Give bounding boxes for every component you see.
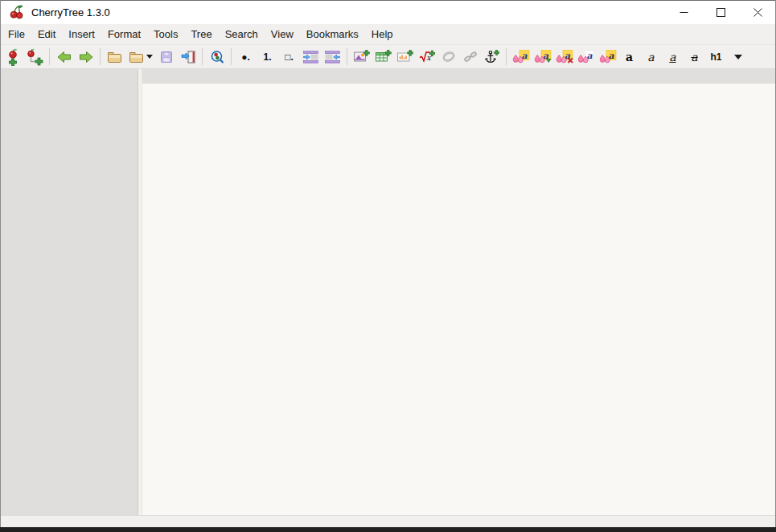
floppy-arrow-icon <box>181 51 195 63</box>
minimize-button[interactable] <box>665 0 702 24</box>
magnifier-cherries-icon <box>210 50 224 64</box>
anchor-plus-icon <box>484 50 499 64</box>
cherries-blue-a-icon: a <box>577 50 595 64</box>
underline-a-icon: a <box>669 51 675 63</box>
h1-icon: h1 <box>710 51 721 63</box>
bullet-list-button[interactable]: ●. <box>235 47 257 68</box>
toolbar-separator <box>49 48 50 65</box>
editor-column <box>142 69 776 515</box>
menu-view[interactable]: View <box>265 24 300 44</box>
chevron-down-icon <box>146 55 153 59</box>
go-forward-button[interactable] <box>75 47 96 68</box>
strikethrough-a-icon: a <box>691 51 697 63</box>
underline-button[interactable]: a <box>662 47 684 68</box>
menu-bookmarks[interactable]: Bookmarks <box>300 24 365 44</box>
menu-tools[interactable]: Tools <box>147 24 184 44</box>
close-button[interactable] <box>739 0 776 24</box>
window-border-top <box>0 0 776 1</box>
chevron-down-icon <box>734 55 742 59</box>
application-window: CherryTree 1.3.0 File Edit Insert Format… <box>0 0 776 532</box>
main-area <box>0 69 776 515</box>
indent-right-icon <box>303 51 318 63</box>
numbered-list-button[interactable]: 1. <box>257 47 278 68</box>
heading-h1-button[interactable]: h1 <box>705 47 727 68</box>
svg-text:x: x <box>426 54 431 62</box>
window-title: CherryTree 1.3.0 <box>31 6 110 18</box>
maximize-button[interactable] <box>702 0 739 24</box>
floppy-disk-icon <box>160 51 173 63</box>
open-recent-button[interactable] <box>125 47 155 68</box>
bold-a-icon: a <box>626 51 633 63</box>
todo-list-icon: □. <box>285 51 294 63</box>
edit-link-button[interactable] <box>459 47 481 68</box>
italic-a-icon: a <box>647 51 654 63</box>
menubar: File Edit Insert Format Tools Tree Searc… <box>0 24 776 45</box>
bold-button[interactable]: a <box>618 47 640 68</box>
save-as-button[interactable] <box>177 47 199 68</box>
italic-button[interactable]: a <box>640 47 662 68</box>
find-in-nodes-button[interactable] <box>206 47 228 68</box>
window-controls <box>665 0 776 24</box>
menu-search[interactable]: Search <box>219 24 265 44</box>
back-arrow-icon <box>57 51 72 63</box>
save-button[interactable] <box>155 47 177 68</box>
cherries-highlight-a-green-icon: a <box>534 50 552 64</box>
toolbar-separator <box>506 48 507 65</box>
cherry-plus-icon <box>6 48 21 66</box>
format-apply-button[interactable]: a <box>532 47 553 68</box>
numbered-list-icon: 1. <box>263 51 271 63</box>
insert-table-button[interactable] <box>372 47 394 68</box>
toolbar-separator <box>202 48 203 65</box>
image-plus-icon <box>354 50 370 63</box>
format-latest-button[interactable]: a <box>510 47 532 68</box>
insert-latex-button[interactable]: x <box>416 47 437 68</box>
new-node-button[interactable] <box>2 47 24 68</box>
bullet-list-icon: ●. <box>241 51 250 63</box>
indent-left-icon <box>325 51 340 63</box>
text-editor-area[interactable] <box>142 84 776 515</box>
link-segments-icon <box>463 51 478 63</box>
table-plus-icon <box>376 50 392 63</box>
toolbar-separator <box>100 48 101 65</box>
indent-decrease-button[interactable] <box>322 47 343 68</box>
toolbar-separator <box>347 48 347 65</box>
insert-link-button[interactable] <box>437 47 459 68</box>
todo-list-button[interactable]: □. <box>278 47 300 68</box>
node-tree-panel[interactable] <box>0 69 138 515</box>
new-subnode-button[interactable] <box>24 47 46 68</box>
insert-image-button[interactable] <box>351 47 372 68</box>
background-color-button[interactable]: a <box>597 47 618 68</box>
cherries-highlight-a-x-icon: a <box>556 50 573 64</box>
window-border-left <box>0 0 1 527</box>
folder-icon <box>129 51 144 63</box>
menu-format[interactable]: Format <box>101 24 147 44</box>
menu-insert[interactable]: Insert <box>62 24 101 44</box>
menu-tree[interactable]: Tree <box>184 24 218 44</box>
foreground-color-button[interactable]: a <box>575 47 597 68</box>
menu-help[interactable]: Help <box>365 24 400 44</box>
indent-increase-button[interactable] <box>300 47 322 68</box>
toolbar: ●. 1. □. <box>0 45 776 69</box>
insert-codebox-button[interactable] <box>394 47 416 68</box>
heading-menu-button[interactable] <box>727 47 749 68</box>
insert-anchor-button[interactable] <box>481 47 503 68</box>
open-file-button[interactable] <box>104 47 125 68</box>
folder-icon <box>107 51 122 63</box>
link-chain-icon <box>441 51 456 63</box>
statusbar <box>0 515 776 527</box>
cherries-highlight-a-icon: a <box>512 50 530 64</box>
codebox-plus-icon <box>397 50 413 63</box>
strikethrough-button[interactable]: a <box>684 47 705 68</box>
cherries-yellow-a-icon: a <box>599 50 617 64</box>
formula-plus-icon: x <box>419 50 435 63</box>
format-remove-button[interactable]: a <box>553 47 575 68</box>
cherry-subnode-plus-icon <box>27 48 43 66</box>
go-back-button[interactable] <box>53 47 75 68</box>
menu-edit[interactable]: Edit <box>31 24 62 44</box>
forward-arrow-icon <box>79 51 93 63</box>
app-cherries-icon <box>9 4 25 20</box>
menu-file[interactable]: File <box>2 24 31 44</box>
titlebar: CherryTree 1.3.0 <box>0 0 776 24</box>
editor-header-band <box>142 69 776 84</box>
toolbar-separator <box>231 48 232 65</box>
